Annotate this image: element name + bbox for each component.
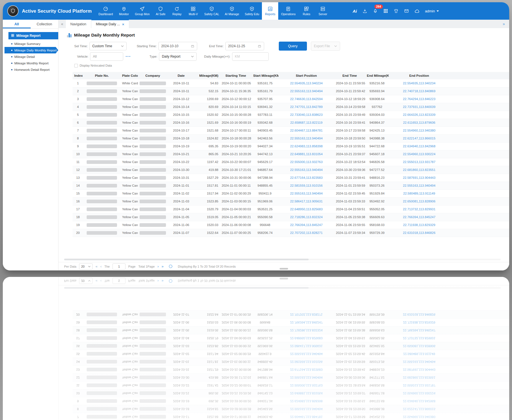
horizontal-scrollbar[interactable] (64, 259, 501, 260)
position-link[interactable]: 22.554935,113.940234 (290, 82, 322, 85)
nav-item-rules[interactable]: Rules (298, 2, 315, 20)
position-link[interactable]: 22.664326,113.823339 (403, 113, 435, 116)
nav-item-multi-v[interactable]: Multi-V (185, 2, 201, 20)
position-link[interactable]: 22.587691,113.904443 (403, 176, 435, 179)
tabs-scroll-right-icon[interactable]: » (500, 20, 507, 28)
per-page-select[interactable]: 20 (79, 263, 93, 270)
tab-navigation[interactable]: Navigation (66, 20, 91, 28)
admin-menu[interactable]: admin (425, 9, 439, 13)
table-row[interactable]: 3Yellow Card2024-10-121200.692024-10-12 … (73, 95, 509, 103)
nav-item-dashboard[interactable]: Dashboard (96, 2, 116, 20)
sidebar-item-mileage-summary[interactable]: Mileage Summary (3, 40, 58, 47)
table-row[interactable]: 4Yellow Card2024-10-14820.692024-10-14 1… (73, 103, 509, 111)
cloud-icon[interactable] (414, 8, 420, 14)
position-link[interactable]: 22.586417,113.905631 (290, 200, 322, 203)
sidebar-item-mileage-daily-monthly-report[interactable]: Mileage Daily Monthly Report (5, 47, 58, 53)
table-row[interactable]: 7Yellow Card2024-10-171521.682024-10-17 … (73, 127, 509, 134)
nav-item-reports[interactable]: Reports (262, 2, 278, 20)
position-link[interactable]: 22.718286,113.832324 (290, 215, 322, 219)
position-link[interactable]: 22.555163,113.940494 (290, 192, 322, 195)
nav-item-ai-safe[interactable]: AI Safe (152, 2, 169, 20)
position-link[interactable]: 22.711938,113.829329 (403, 223, 435, 227)
table-row[interactable]: 16Yellow Card2024-11-031523.852024-11-03… (73, 197, 509, 205)
table-row[interactable]: 5Yellow Card2024-10-151520.922024-10-15 … (73, 111, 509, 119)
last-page-icon[interactable]: » (161, 264, 163, 268)
type-select[interactable]: Daily Report (159, 52, 197, 61)
position-link[interactable]: 22.611653,113.879606 (403, 121, 435, 124)
table-row[interactable]: 17Yellow Card2024-11-041520.792024-11-04… (73, 205, 509, 213)
position-link[interactable]: 22.746630,113.842594 (290, 97, 322, 101)
position-link[interactable]: 22.555163,113.940494 (403, 184, 435, 187)
position-link[interactable]: 22.740718,113.840869 (403, 89, 435, 93)
position-link[interactable]: 22.555000,113.932763 (290, 160, 322, 164)
table-row[interactable]: 1White Card2024-10-1154.832024-10-11 00:… (73, 79, 509, 87)
nav-item-group-mon[interactable]: Group Mon (132, 2, 152, 20)
nav-item-replay[interactable]: Replay (169, 2, 185, 20)
table-row[interactable]: 15Yellow Card2024-11-021517.942024-11-02… (73, 189, 509, 197)
tabs-collapse-left-icon[interactable]: « (59, 20, 66, 28)
table-row[interactable]: 19Yellow Card2024-11-061520.032024-11-06… (73, 221, 509, 229)
position-link[interactable]: 22.555163,113.940494 (290, 168, 322, 171)
position-link[interactable]: 22.554960,113.940380 (403, 129, 435, 132)
position-link[interactable]: 22.649881,113.831054 (290, 152, 322, 156)
position-link[interactable]: 22.555163,113.940494 (290, 89, 322, 93)
first-page-icon[interactable]: « (95, 264, 97, 268)
nav-item-safety-cal[interactable]: Safety CAL (201, 2, 222, 20)
table-row[interactable]: 10Yellow Card2024-10-21865.052024-10-21 … (73, 150, 509, 158)
resize-handle[interactable] (280, 268, 288, 270)
table-row[interactable]: 14Yellow Card2024-11-011517.812024-11-01… (73, 182, 509, 189)
sidebar-group-mileage-report[interactable]: Mileage Report (8, 32, 58, 39)
tab-mileage-daily[interactable]: Mileage Daily ... × (91, 20, 129, 28)
nav-item-safety-edu[interactable]: Safety Edu (242, 2, 262, 20)
position-link[interactable]: 22.581559,113.910156 (290, 184, 322, 187)
position-link[interactable]: 22.554960,113.930224 (403, 152, 435, 156)
page-number-input[interactable]: 1 (113, 263, 125, 270)
position-link[interactable]: 22.604467,113.884781 (290, 129, 322, 132)
sidebar-tab-collection[interactable]: Collection (31, 20, 59, 28)
end-time-input[interactable]: 2024-11-25 (225, 42, 264, 50)
sidebar-tab-all[interactable]: All (3, 20, 31, 28)
sidebar-item-mileage-detail[interactable]: Mileage Detail (3, 53, 58, 60)
alarm-bell-icon[interactable]: 264 (373, 8, 378, 13)
more-options-icon[interactable]: ··· (125, 55, 131, 58)
position-link[interactable]: 22.737931,113.840039 (403, 105, 435, 109)
position-link[interactable]: 22.681860,113.823551 (403, 168, 435, 171)
ai-icon[interactable]: Ai (353, 9, 357, 13)
position-link[interactable]: 22.624983,113.858398 (290, 144, 322, 148)
position-link[interactable]: 22.554935,113.940234 (403, 82, 435, 85)
table-row[interactable]: 2Yellow Card2024-10-11532.152024-10-11 1… (73, 87, 509, 95)
mail-icon[interactable] (404, 8, 409, 13)
position-link[interactable]: 22.713732,113.829931 (403, 207, 435, 211)
daily-mileage-input[interactable]: KM (232, 52, 269, 61)
position-link[interactable]: 22.677164,113.823583 (290, 176, 322, 179)
sidebar-item-homework-detail-report[interactable]: Homework Detail Report (3, 66, 58, 73)
refresh-spinner-icon[interactable] (169, 264, 173, 268)
scrollbar-thumb[interactable] (64, 259, 309, 260)
nav-item-ai-manage[interactable]: AI Manage (222, 2, 242, 20)
table-row[interactable]: 8Yellow Card2024-10-181524.822024-10-18 … (73, 134, 509, 142)
position-link[interactable]: 22.658687,113.822119 (290, 121, 323, 124)
position-link[interactable]: 22.766394,113.845247 (290, 223, 322, 227)
vehicle-input[interactable]: All (90, 52, 123, 61)
table-row[interactable]: 11Yellow Card2024-10-221197.422024-10-22… (73, 158, 509, 166)
position-link[interactable]: 22.650081,113.828906 (403, 200, 435, 203)
sidebar-item-mileage-monthly-report[interactable]: Mileage Monthly Report (3, 60, 58, 66)
display-unlocated-checkbox[interactable] (74, 64, 78, 67)
nav-item-monitor[interactable]: Monitor (116, 2, 132, 20)
position-link[interactable]: 22.555013,113.931787 (403, 160, 435, 164)
download-icon[interactable] (362, 8, 367, 13)
position-link[interactable]: 22.648950,113.825683 (290, 207, 322, 211)
position-link[interactable]: 22.733040,113.838623 (290, 113, 322, 116)
position-link[interactable]: 22.766394,113.845247 (403, 215, 435, 219)
query-button[interactable]: Query (279, 42, 307, 51)
nav-item-operations[interactable]: Operations (278, 2, 298, 20)
position-link[interactable]: 22.747701,113.842789 (290, 105, 322, 109)
sel-time-select[interactable]: Custom Time (89, 42, 127, 50)
table-row[interactable]: 6Yellow Card2024-10-161521.692024-10-16 … (73, 119, 509, 127)
position-link[interactable]: 22.707202,113.828271 (290, 231, 322, 234)
table-row[interactable]: 9Yellow Card2024-10-19695.352024-10-19 0… (73, 142, 509, 150)
table-row[interactable]: 20Yellow Card2024-11-071522.642024-11-07… (73, 229, 509, 237)
export-file-button[interactable]: Export File (311, 42, 340, 51)
position-link[interactable]: 22.634940,113.842968 (403, 144, 435, 148)
prev-page-icon[interactable]: ‹ (100, 264, 102, 268)
